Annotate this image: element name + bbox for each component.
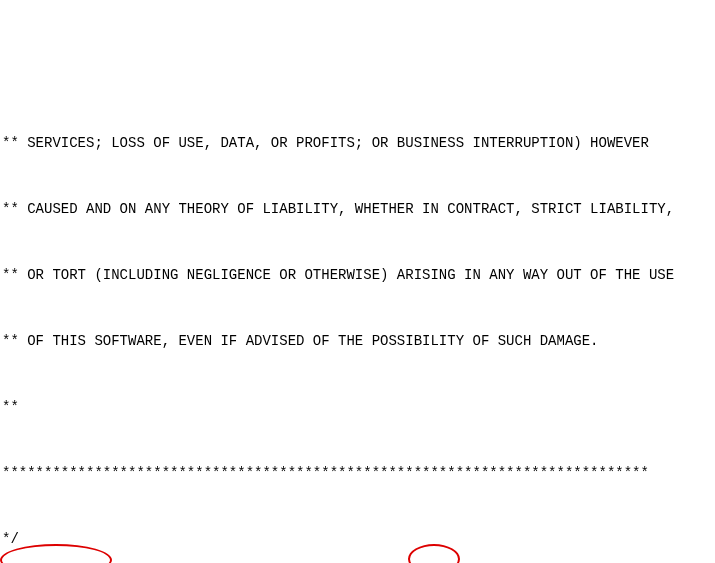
code-line: ** CAUSED AND ON ANY THEORY OF LIABILITY…: [0, 198, 715, 220]
code-editor-viewport[interactable]: ** SERVICES; LOSS OF USE, DATA, OR PROFI…: [0, 88, 715, 563]
code-line: **: [0, 396, 715, 418]
code-line: */: [0, 528, 715, 550]
code-line: ** OF THIS SOFTWARE, EVEN IF ADVISED OF …: [0, 330, 715, 352]
code-line: ** SERVICES; LOSS OF USE, DATA, OR PROFI…: [0, 132, 715, 154]
code-line: ** OR TORT (INCLUDING NEGLIGENCE OR OTHE…: [0, 264, 715, 286]
code-line: ****************************************…: [0, 462, 715, 484]
